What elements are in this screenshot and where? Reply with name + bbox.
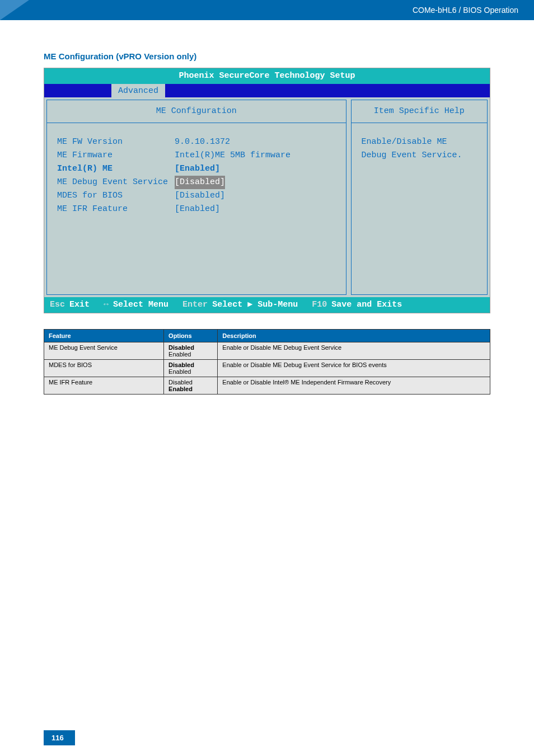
bios-key: ME FW Version [57,135,175,149]
feature-table: Feature Options Description ME Debug Eve… [44,329,490,395]
bios-val: [Enabled] [175,203,220,216]
opt: Disabled [168,379,193,386]
bios-key: ME Firmware [57,149,175,162]
bios-key: MDES for BIOS [57,189,175,203]
opt-default: Disabled [168,361,194,368]
bios-title: Phoenix SecureCore Technology Setup [44,68,490,84]
tab-spacer [44,84,111,97]
bios-row[interactable]: ME IFR Feature [Enabled] [57,203,336,216]
th-description: Description [218,330,490,342]
section-title: ME Configuration (vPRO Version only) [44,51,490,61]
table-row: ME Debug Event Service Disabled Enabled … [44,342,490,360]
page-footer: 116 [44,732,75,743]
page-content: ME Configuration (vPRO Version only) Pho… [0,20,534,395]
th-feature: Feature [44,330,164,342]
td-options: Disabled Enabled [164,377,218,395]
bios-val: [Enabled] [175,162,220,176]
footer-key-enter: Enter [182,298,208,312]
bios-screenshot: Phoenix SecureCore Technology Setup Adva… [44,68,490,313]
td-desc: Enable or Disable Intel® ME Independent … [218,377,490,395]
opt: Enabled [168,351,191,358]
bios-left-pane: ME Configuration ME FW Version 9.0.10.13… [46,100,346,295]
tab-advanced[interactable]: Advanced [111,84,165,97]
bios-key: ME Debug Event Service [57,176,175,189]
td-options: Disabled Enabled [164,342,218,360]
bios-right-header: Item Specific Help [352,100,488,123]
bios-left-header: ME Configuration [47,100,346,123]
opt-default: Enabled [168,386,193,392]
footer-action-save: Save and Exits [331,298,402,312]
bios-val-selected[interactable]: [Disabled] [175,176,225,189]
table-row: MDES for BIOS Disabled Enabled Enable or… [44,360,490,377]
bios-key: ME IFR Feature [57,203,175,216]
footer-key-arrows: ↔ [104,298,109,312]
help-line: Debug Event Service. [362,149,477,162]
bios-key: Intel(R) ME [57,162,175,176]
bios-row: Intel(R) ME [Enabled] [57,162,336,176]
header-bar: COMe-bHL6 / BIOS Operation [0,0,534,20]
bios-footer: Esc Exit ↔ Select Menu Enter Select ▶ Su… [44,297,490,313]
footer-action-submenu: Select ▶ Sub-Menu [212,298,298,312]
opt: Enabled [168,368,191,375]
bios-val: [Disabled] [175,189,225,203]
td-options: Disabled Enabled [164,360,218,377]
td-feature: MDES for BIOS [44,360,164,377]
table-header-row: Feature Options Description [44,330,490,342]
bios-row: ME Firmware Intel(R)ME 5MB firmware [57,149,336,162]
td-desc: Enable or Disable ME Debug Event Service [218,342,490,360]
td-feature: ME Debug Event Service [44,342,164,360]
table-row: ME IFR Feature Disabled Enabled Enable o… [44,377,490,395]
bios-right-content: Enable/Disable ME Debug Event Service. [352,123,488,241]
bios-row[interactable]: MDES for BIOS [Disabled] [57,189,336,203]
footer-action-select-menu: Select Menu [113,298,168,312]
bios-right-pane: Item Specific Help Enable/Disable ME Deb… [351,100,488,295]
page-number: 116 [44,730,75,745]
bios-val: Intel(R)ME 5MB firmware [175,149,291,162]
th-options: Options [164,330,218,342]
help-line: Enable/Disable ME [362,135,477,149]
bios-row[interactable]: ME Debug Event Service [Disabled] [57,176,336,189]
footer-key-f10: F10 [312,298,327,312]
footer-action-exit: Exit [69,298,90,312]
bios-tab-bar: Advanced [44,84,490,97]
bios-body: ME Configuration ME FW Version 9.0.10.13… [44,97,490,297]
td-desc: Enable or Disable ME Debug Event Service… [218,360,490,377]
bios-row: ME FW Version 9.0.10.1372 [57,135,336,149]
breadcrumb: COMe-bHL6 / BIOS Operation [413,6,518,15]
bios-val: 9.0.10.1372 [175,135,230,149]
bios-left-content: ME FW Version 9.0.10.1372 ME Firmware In… [47,123,346,294]
footer-key-esc: Esc [50,298,65,312]
opt-default: Disabled [168,344,194,351]
td-feature: ME IFR Feature [44,377,164,395]
corner-tab-graphic [0,0,29,20]
